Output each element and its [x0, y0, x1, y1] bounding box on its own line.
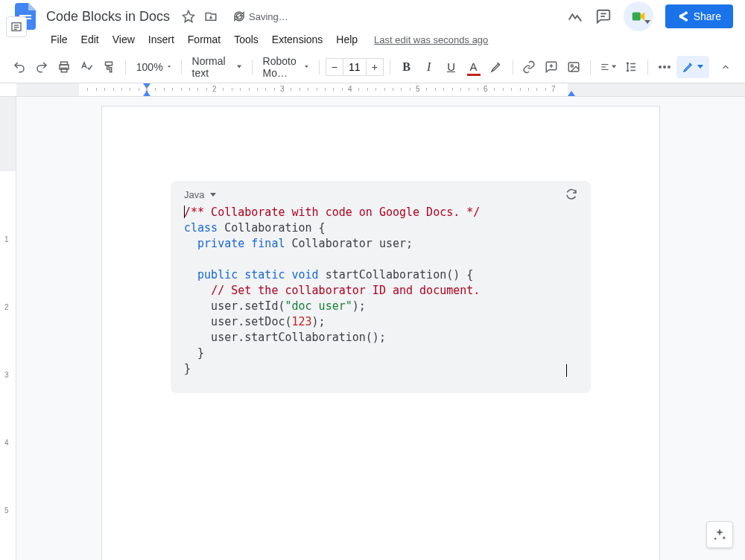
activity-icon[interactable] [567, 8, 583, 25]
svg-point-21 [668, 66, 670, 69]
font-size-group: − + [326, 58, 384, 76]
chevron-down-icon [168, 65, 171, 69]
undo-button[interactable] [9, 57, 30, 77]
code-content[interactable]: /** Collaborate with code on Google Docs… [184, 205, 577, 377]
separator [590, 60, 591, 74]
code-block-refresh-button[interactable] [565, 188, 577, 200]
text-color-button[interactable]: A [463, 57, 484, 77]
chevron-down-icon [237, 65, 241, 69]
code-block-language-select[interactable]: Java [184, 189, 216, 200]
zoom-select[interactable]: 100% [132, 57, 175, 77]
ruler-tick: 2 [4, 303, 9, 311]
ruler-tick: 1 [145, 85, 149, 93]
chevron-down-icon [305, 65, 308, 69]
ruler-tick: 6 [484, 85, 488, 93]
separator [319, 60, 320, 74]
svg-point-19 [659, 66, 662, 69]
ruler-tick: 4 [348, 85, 352, 93]
ruler-tick: 3 [280, 85, 285, 93]
menu-tools[interactable]: Tools [228, 31, 264, 48]
ruler-tick: 7 [551, 85, 556, 93]
insert-image-button[interactable] [563, 57, 584, 77]
chevron-down-icon [210, 193, 216, 197]
last-edit-link[interactable]: Last edit was seconds ago [374, 34, 488, 45]
code-language-label: Java [184, 189, 204, 200]
text-cursor [566, 364, 567, 377]
document-page[interactable]: Java /** Collaborate with code on Google… [101, 106, 660, 560]
insert-link-button[interactable] [519, 57, 539, 77]
workspace: 12345 Java /** Collaborate with code on … [0, 97, 745, 560]
align-button[interactable] [597, 57, 619, 77]
share-label: Share [694, 10, 721, 22]
document-canvas[interactable]: Java /** Collaborate with code on Google… [16, 97, 745, 560]
menu-extensions[interactable]: Extensions [266, 31, 329, 48]
text-cursor [184, 206, 185, 218]
collapse-toolbar-button[interactable] [715, 57, 736, 77]
svg-rect-5 [632, 13, 640, 21]
separator [647, 60, 648, 74]
share-button[interactable]: Share [665, 4, 733, 28]
svg-point-12 [571, 65, 574, 67]
editing-mode-button[interactable] [676, 56, 709, 78]
separator [390, 60, 390, 74]
add-comment-button[interactable] [541, 57, 562, 77]
menu-help[interactable]: Help [330, 31, 364, 48]
meet-button[interactable] [624, 1, 653, 31]
font-value: Roboto Mo… [263, 55, 301, 79]
saving-label: Saving… [249, 11, 288, 22]
highlight-color-button[interactable] [486, 57, 507, 77]
zoom-value: 100% [136, 61, 163, 73]
title-bar: Code Blocks in Docs Saving… Share [0, 0, 745, 28]
ruler-tick: 5 [416, 85, 420, 93]
toolbar: 100% Normal text Roboto Mo… − + B I U A [0, 51, 745, 83]
font-size-increase[interactable]: + [366, 58, 384, 76]
vertical-ruler[interactable]: 12345 [0, 97, 16, 560]
code-block[interactable]: Java /** Collaborate with code on Google… [171, 181, 591, 393]
svg-point-20 [663, 66, 666, 69]
chevron-down-icon [612, 65, 616, 69]
move-icon[interactable] [204, 10, 218, 23]
ruler-tick: 2 [212, 85, 217, 93]
chevron-down-icon [697, 65, 703, 69]
font-size-input[interactable] [343, 58, 366, 76]
menu-view[interactable]: View [107, 31, 141, 48]
separator [181, 60, 182, 74]
ruler-tick: 3 [4, 371, 9, 379]
style-value: Normal text [192, 55, 232, 79]
horizontal-ruler[interactable]: 1234567 [0, 83, 745, 97]
right-indent-marker[interactable] [568, 91, 575, 96]
separator [513, 60, 513, 74]
paint-format-button[interactable] [98, 57, 119, 77]
ruler-tick: 5 [4, 506, 9, 515]
separator [252, 60, 253, 74]
separator [125, 60, 126, 74]
menu-format[interactable]: Format [182, 31, 226, 48]
redo-button[interactable] [31, 57, 52, 77]
star-icon[interactable] [182, 10, 195, 23]
more-tools-button[interactable] [654, 57, 675, 77]
spellcheck-button[interactable] [76, 57, 97, 77]
paragraph-style-select[interactable]: Normal text [188, 57, 246, 77]
document-title[interactable]: Code Blocks in Docs [43, 7, 173, 26]
line-spacing-button[interactable] [621, 57, 641, 77]
comments-icon[interactable] [595, 8, 612, 25]
italic-button[interactable]: I [419, 57, 440, 77]
bold-button[interactable]: B [396, 57, 417, 77]
print-button[interactable] [54, 57, 74, 77]
menu-edit[interactable]: Edit [75, 31, 105, 48]
explore-button[interactable] [706, 521, 733, 548]
underline-button[interactable]: U [441, 57, 462, 77]
menu-insert[interactable]: Insert [142, 31, 180, 48]
ruler-tick: 1 [4, 235, 9, 244]
font-size-decrease[interactable]: − [326, 58, 343, 76]
cloud-saving-status: Saving… [232, 10, 288, 23]
menu-file[interactable]: File [45, 31, 74, 48]
menu-bar: File Edit View Insert Format Tools Exten… [0, 28, 745, 51]
font-family-select[interactable]: Roboto Mo… [259, 57, 313, 77]
ruler-tick: 4 [4, 439, 9, 447]
